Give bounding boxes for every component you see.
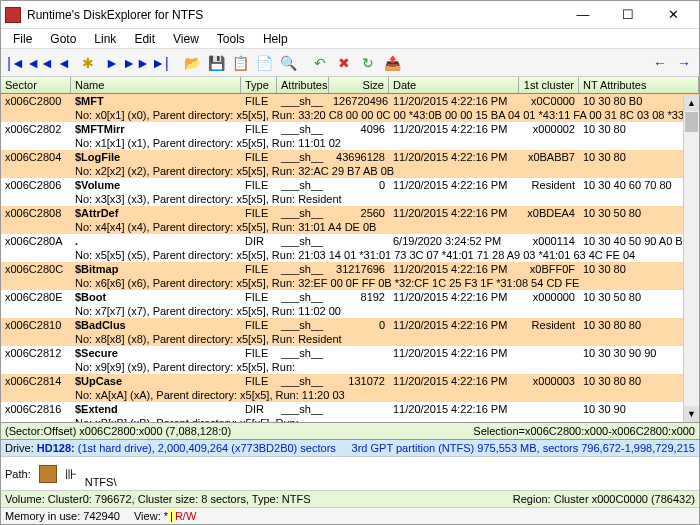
save-icon[interactable]: 💾 (205, 52, 227, 74)
export-icon[interactable]: 📤 (381, 52, 403, 74)
status-bar: (Sector:Offset) x006C2800:x000 (7,088,12… (1, 422, 699, 439)
table-header: Sector Name Type Attributes Size Date 1s… (1, 77, 699, 94)
file-table[interactable]: Sector Name Type Attributes Size Date 1s… (1, 77, 699, 422)
col-ntattr[interactable]: NT Attributes (579, 77, 699, 93)
nav-prev-icon[interactable]: ◄ (53, 52, 75, 74)
volume-right: Region: Cluster x000C0000 (786432) (513, 493, 695, 505)
table-row[interactable]: x006C2810$BadClusFILE___sh__011/20/2015 … (1, 318, 699, 332)
col-attr[interactable]: Attributes (277, 77, 329, 93)
row-detail: No: x4[x4] (x4), Parent directory: x5[x5… (1, 220, 699, 234)
menu-tools[interactable]: Tools (209, 30, 253, 48)
drive-left: Drive: HD128: (1st hard drive), 2,000,40… (5, 442, 336, 454)
table-row[interactable]: x006C280E$BootFILE___sh__819211/20/2015 … (1, 290, 699, 304)
app-icon (5, 7, 21, 23)
volume-bar: Volume: Cluster0: 796672, Cluster size: … (1, 490, 699, 507)
table-row[interactable]: x006C280C$BitmapFILE___sh__3121769611/20… (1, 262, 699, 276)
memory-bar: Memory in use: 742940 View: * | R/W (1, 507, 699, 524)
scroll-down-icon[interactable]: ▼ (684, 406, 699, 422)
table-row[interactable]: x006C2812$SecureFILE___sh__11/20/2015 4:… (1, 346, 699, 360)
row-detail: No: xA[xA] (xA), Parent directory: x5[x5… (1, 388, 699, 402)
status-left: (Sector:Offset) x006C2800:x000 (7,088,12… (5, 425, 231, 437)
table-row[interactable]: x006C2814$UpCaseFILE___sh__13107211/20/2… (1, 374, 699, 388)
maximize-button[interactable]: ☐ (606, 3, 650, 27)
row-detail: No: x8[x8] (x8), Parent directory: x5[x5… (1, 332, 699, 346)
paste-icon[interactable]: 📄 (253, 52, 275, 74)
table-row[interactable]: x006C2806$VolumeFILE___sh__011/20/2015 4… (1, 178, 699, 192)
menu-view[interactable]: View (165, 30, 207, 48)
nav-next-page-icon[interactable]: ►► (125, 52, 147, 74)
menu-help[interactable]: Help (255, 30, 296, 48)
row-detail: No: x6[x6] (x6), Parent directory: x5[x5… (1, 276, 699, 290)
row-detail: No: x1[x1] (x1), Parent directory: x5[x5… (1, 136, 699, 150)
vertical-scrollbar[interactable]: ▲ ▼ (683, 95, 699, 422)
path-label: Path: (5, 468, 31, 480)
status-right: Selection=x006C2800:x000-x006C2800:x000 (473, 425, 695, 437)
row-detail: No: x7[x7] (x7), Parent directory: x5[x5… (1, 304, 699, 318)
back-icon[interactable]: ↶ (309, 52, 331, 74)
path-value: NTFS\ (85, 476, 117, 488)
row-detail: No: x2[x2] (x2), Parent directory: x5[x5… (1, 164, 699, 178)
nav-prev-page-icon[interactable]: ◄◄ (29, 52, 51, 74)
scroll-thumb[interactable] (685, 112, 698, 132)
menu-link[interactable]: Link (86, 30, 124, 48)
tree-icon[interactable]: ⊪ (65, 466, 77, 482)
table-row[interactable]: x006C2802$MFTMirrFILE___sh__409611/20/20… (1, 122, 699, 136)
mem-value: 742940 (83, 510, 120, 522)
row-detail: No: x0[x1] (x0), Parent directory: x5[x5… (1, 108, 699, 122)
col-cluster[interactable]: 1st cluster (519, 77, 579, 93)
row-detail: No: xB[xB] (xB), Parent directory: x5[x5… (1, 416, 699, 422)
window-title: Runtime's DiskExplorer for NTFS (27, 8, 561, 22)
volume-left: Volume: Cluster0: 796672, Cluster size: … (5, 493, 311, 505)
col-name[interactable]: Name (71, 77, 241, 93)
col-date[interactable]: Date (389, 77, 519, 93)
refresh-icon[interactable]: ↻ (357, 52, 379, 74)
scroll-up-icon[interactable]: ▲ (684, 95, 699, 111)
drive-bar: Drive: HD128: (1st hard drive), 2,000,40… (1, 439, 699, 456)
path-bar: Path: ⊪ NTFS\ (1, 456, 699, 490)
boot-icon[interactable] (39, 465, 57, 483)
find-icon[interactable]: 🔍 (277, 52, 299, 74)
undo-icon[interactable]: ✖ (333, 52, 355, 74)
table-row[interactable]: x006C2804$LogFileFILE___sh__4369612811/2… (1, 150, 699, 164)
mem-label: Memory in use: (5, 510, 80, 522)
table-row[interactable]: x006C280A.DIR___sh__6/19/2020 3:24:52 PM… (1, 234, 699, 248)
col-sector[interactable]: Sector (1, 77, 71, 93)
table-row[interactable]: x006C2816$ExtendDIR___sh__11/20/2015 4:2… (1, 402, 699, 416)
nav-person-icon[interactable]: ✱ (77, 52, 99, 74)
open-icon[interactable]: 📂 (181, 52, 203, 74)
menu-edit[interactable]: Edit (126, 30, 163, 48)
titlebar: Runtime's DiskExplorer for NTFS — ☐ ✕ (1, 1, 699, 29)
history-back-icon[interactable]: ← (649, 52, 671, 74)
row-detail: No: x5[x5] (x5), Parent directory: x5[x5… (1, 248, 699, 262)
menu-goto[interactable]: Goto (42, 30, 84, 48)
drive-right: 3rd GPT partition (NTFS) 975,553 MB, sec… (352, 442, 695, 454)
toolbar: |◄ ◄◄ ◄ ✱ ► ►► ►| 📂 💾 📋 📄 🔍 ↶ ✖ ↻ 📤 ← → (1, 49, 699, 77)
nav-next-icon[interactable]: ► (101, 52, 123, 74)
history-fwd-icon[interactable]: → (673, 52, 695, 74)
table-row[interactable]: x006C2800$MFTFILE___sh__12672049611/20/2… (1, 94, 699, 108)
menubar: FileGotoLinkEditViewToolsHelp (1, 29, 699, 49)
minimize-button[interactable]: — (561, 3, 605, 27)
menu-file[interactable]: File (5, 30, 40, 48)
view-rw[interactable]: R/W (175, 510, 196, 522)
row-detail: No: x9[x9] (x9), Parent directory: x5[x5… (1, 360, 699, 374)
copy-icon[interactable]: 📋 (229, 52, 251, 74)
nav-last-icon[interactable]: ►| (149, 52, 171, 74)
col-type[interactable]: Type (241, 77, 277, 93)
nav-first-icon[interactable]: |◄ (5, 52, 27, 74)
view-label: View: (134, 510, 161, 522)
row-detail: No: x3[x3] (x3), Parent directory: x5[x5… (1, 192, 699, 206)
col-size[interactable]: Size (329, 77, 389, 93)
view-cursor-icon[interactable]: | (168, 510, 175, 522)
table-row[interactable]: x006C2808$AttrDefFILE___sh__256011/20/20… (1, 206, 699, 220)
close-button[interactable]: ✕ (651, 3, 695, 27)
